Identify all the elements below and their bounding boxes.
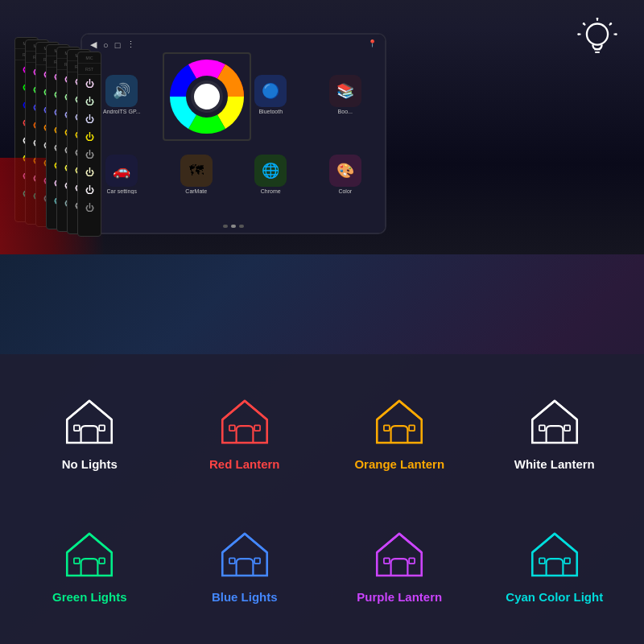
app-item[interactable]: 📚 Boo... bbox=[309, 56, 382, 134]
app-label: Boo... bbox=[338, 109, 353, 114]
lights-grid: No Lights Red Lantern bbox=[16, 370, 628, 628]
app-item[interactable]: 🌐 Chrome bbox=[234, 135, 308, 213]
app-icon: 🔵 bbox=[254, 75, 287, 107]
app-item[interactable]: 🎨 Color bbox=[309, 135, 382, 213]
svg-point-0 bbox=[587, 23, 608, 44]
light-item-purple-lantern[interactable]: Purple Lantern bbox=[326, 503, 473, 628]
tablet-screen: ◀ ○ □ ⋮ 📍 🔊 AndroITS GP... 🤖 APK Inst...… bbox=[82, 35, 385, 233]
svg-rect-26 bbox=[99, 558, 105, 564]
light-label-cyan-color-light: Cyan Color Light bbox=[506, 590, 603, 604]
lights-panel: No Lights Red Lantern bbox=[0, 354, 644, 644]
color-wheel-container bbox=[163, 52, 251, 141]
light-item-red-lantern[interactable]: Red Lantern bbox=[171, 370, 319, 495]
app-icon: 🗺 bbox=[180, 155, 213, 187]
svg-rect-18 bbox=[99, 425, 105, 431]
app-label: Bluetooth bbox=[258, 109, 283, 114]
svg-rect-20 bbox=[254, 425, 260, 431]
light-label-purple-lantern: Purple Lantern bbox=[357, 590, 442, 604]
app-label: CarMate bbox=[185, 188, 207, 194]
app-label: AndroITS GP... bbox=[103, 109, 141, 114]
svg-rect-32 bbox=[564, 558, 570, 564]
device-showcase: MIC RST ⏻⏻⏻⏻⏻⏻⏻⏻ MIC RST ⏻⏻⏻⏻⏻⏻⏻⏻ MIC RS… bbox=[0, 29, 644, 254]
house-icon-purple-lantern bbox=[371, 528, 427, 580]
svg-rect-31 bbox=[539, 558, 545, 564]
svg-rect-27 bbox=[229, 558, 235, 564]
svg-rect-23 bbox=[539, 425, 545, 431]
light-label-blue-lights: Blue Lights bbox=[212, 590, 278, 604]
svg-point-16 bbox=[194, 84, 220, 109]
header bbox=[0, 0, 644, 29]
svg-rect-24 bbox=[564, 425, 570, 431]
button-strip-6: MIC RST ⏻⏻⏻⏻⏻⏻⏻⏻ bbox=[77, 52, 101, 237]
house-icon-blue-lights bbox=[217, 528, 273, 580]
app-label: Chrome bbox=[261, 188, 281, 194]
svg-rect-22 bbox=[409, 425, 415, 431]
svg-point-12 bbox=[615, 33, 617, 35]
svg-rect-25 bbox=[74, 558, 80, 564]
house-icon-green-lights bbox=[61, 528, 118, 580]
svg-point-11 bbox=[577, 33, 580, 35]
svg-rect-29 bbox=[384, 558, 390, 564]
house-icon-no-lights bbox=[61, 395, 118, 448]
svg-rect-19 bbox=[229, 425, 235, 431]
light-item-white-lantern[interactable]: White Lantern bbox=[481, 370, 629, 495]
app-label: Color bbox=[338, 188, 352, 194]
bulb-icon bbox=[575, 18, 620, 63]
svg-point-10 bbox=[609, 23, 612, 25]
house-icon-cyan-color-light bbox=[526, 528, 583, 580]
app-item[interactable]: 🗺 CarMate bbox=[160, 135, 233, 213]
color-wheel-svg bbox=[167, 56, 247, 137]
light-label-no-lights: No Lights bbox=[62, 457, 118, 471]
light-label-white-lantern: White Lantern bbox=[514, 457, 595, 471]
light-label-green-lights: Green Lights bbox=[52, 590, 127, 604]
light-item-green-lights[interactable]: Green Lights bbox=[16, 503, 163, 628]
light-item-cyan-color-light[interactable]: Cyan Color Light bbox=[481, 503, 629, 628]
svg-point-8 bbox=[597, 18, 599, 19]
svg-rect-30 bbox=[409, 558, 415, 564]
app-icon: 🚗 bbox=[105, 155, 138, 187]
main-tablet: ◀ ○ □ ⋮ 📍 🔊 AndroITS GP... 🤖 APK Inst...… bbox=[80, 33, 386, 234]
light-label-red-lantern: Red Lantern bbox=[209, 457, 280, 471]
light-label-orange-lantern: Orange Lantern bbox=[354, 457, 444, 471]
house-icon-red-lantern bbox=[217, 395, 273, 448]
app-icon: 🌐 bbox=[254, 155, 287, 187]
light-item-blue-lights[interactable]: Blue Lights bbox=[171, 503, 319, 628]
app-icon: 📚 bbox=[329, 75, 361, 107]
app-label: Car settings bbox=[107, 188, 137, 194]
svg-rect-17 bbox=[74, 425, 80, 431]
app-icon: 🎨 bbox=[329, 155, 361, 187]
house-icon-white-lantern bbox=[526, 395, 583, 448]
svg-rect-21 bbox=[384, 425, 390, 431]
light-item-orange-lantern[interactable]: Orange Lantern bbox=[326, 370, 473, 495]
app-icon: 🔊 bbox=[105, 75, 138, 107]
house-icon-orange-lantern bbox=[371, 395, 427, 448]
light-item-no-lights[interactable]: No Lights bbox=[16, 370, 163, 495]
svg-point-9 bbox=[583, 23, 585, 25]
svg-rect-28 bbox=[254, 558, 260, 564]
